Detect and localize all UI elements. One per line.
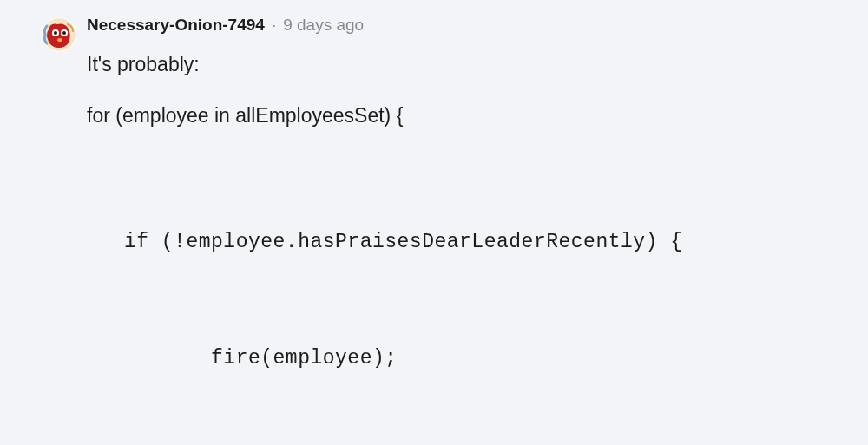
body-intro-line: It's probably: — [87, 50, 826, 79]
username[interactable]: Necessary-Onion-7494 — [87, 16, 265, 35]
comment-body: It's probably: for (employee in allEmplo… — [87, 50, 826, 445]
avatar[interactable] — [42, 17, 76, 52]
code-line: fire(employee); — [87, 333, 826, 385]
svg-point-5 — [62, 31, 66, 35]
separator: · — [272, 16, 276, 35]
comment-header: Necessary-Onion-7494 · 9 days ago — [87, 16, 826, 35]
avatar-image — [42, 17, 76, 52]
svg-point-6 — [57, 38, 62, 42]
comment: Necessary-Onion-7494 · 9 days ago It's p… — [42, 16, 826, 445]
code-block: if (!employee.hasPraisesDearLeaderRecent… — [87, 154, 826, 445]
comment-content: Necessary-Onion-7494 · 9 days ago It's p… — [87, 16, 826, 445]
svg-point-4 — [54, 31, 57, 35]
body-for-line: for (employee in allEmployeesSet) { — [87, 101, 826, 130]
timestamp[interactable]: 9 days ago — [283, 16, 364, 35]
code-line: if (!employee.hasPraisesDearLeaderRecent… — [87, 217, 826, 269]
